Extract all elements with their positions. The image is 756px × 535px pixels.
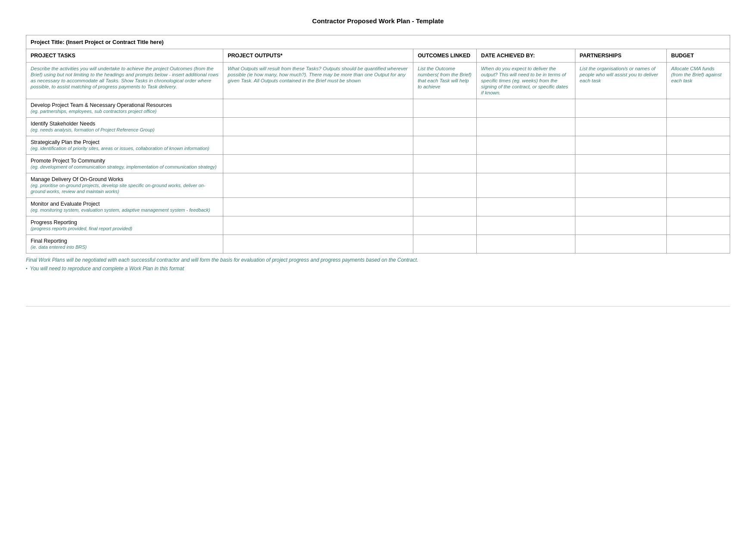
header-date: DATE ACHIEVED BY: xyxy=(477,49,575,63)
task-cell: Monitor and Evaluate Project(eg. monitor… xyxy=(26,198,223,216)
footer-line2: You will need to reproduce and complete … xyxy=(26,266,730,272)
footer-line1: Final Work Plans will be negotiated with… xyxy=(26,257,730,263)
output-cell xyxy=(223,99,413,118)
budget-cell xyxy=(667,216,730,235)
table-row: Promote Project To Community(eg. develop… xyxy=(26,155,730,173)
header-partnerships: PARTNERSHIPS xyxy=(575,49,666,63)
outcomes-cell xyxy=(413,136,477,155)
instruction-outputs: What Outputs will result from these Task… xyxy=(223,63,413,99)
instruction-row: Describe the activities you will underta… xyxy=(26,63,730,99)
output-cell xyxy=(223,155,413,173)
budget-cell xyxy=(667,118,730,136)
output-cell xyxy=(223,198,413,216)
task-cell: Identify Stakeholder Needs(eg. needs ana… xyxy=(26,118,223,136)
instruction-date: When do you expect to deliver the output… xyxy=(477,63,575,99)
output-cell xyxy=(223,136,413,155)
budget-cell xyxy=(667,235,730,253)
budget-cell xyxy=(667,136,730,155)
budget-cell xyxy=(667,198,730,216)
date-cell xyxy=(477,216,575,235)
header-tasks: PROJECT TASKS xyxy=(26,49,223,63)
partnerships-cell xyxy=(575,235,666,253)
budget-cell xyxy=(667,99,730,118)
outcomes-cell xyxy=(413,99,477,118)
table-row: Progress Reporting(progress reports prov… xyxy=(26,216,730,235)
task-cell: Promote Project To Community(eg. develop… xyxy=(26,155,223,173)
date-cell xyxy=(477,99,575,118)
partnerships-cell xyxy=(575,118,666,136)
table-row: Final Reporting(ie. data entered into BR… xyxy=(26,235,730,253)
partnerships-cell xyxy=(575,99,666,118)
date-cell xyxy=(477,198,575,216)
partnerships-cell xyxy=(575,198,666,216)
output-cell xyxy=(223,118,413,136)
outcomes-cell xyxy=(413,155,477,173)
output-cell xyxy=(223,173,413,198)
task-cell: Strategically Plan the Project(eg. ident… xyxy=(26,136,223,155)
outcomes-cell xyxy=(413,173,477,198)
project-title-cell: Project Title: (Insert Project or Contra… xyxy=(26,35,730,49)
instruction-budget: Allocate CMA funds (from the Brief) agai… xyxy=(667,63,730,99)
instruction-outcomes: List the Outcome numbers( from the Brief… xyxy=(413,63,477,99)
budget-cell xyxy=(667,173,730,198)
partnerships-cell xyxy=(575,136,666,155)
date-cell xyxy=(477,173,575,198)
instruction-tasks: Describe the activities you will underta… xyxy=(26,63,223,99)
table-row: Monitor and Evaluate Project(eg. monitor… xyxy=(26,198,730,216)
table-row: Manage Delivery Of On-Ground Works(eg. p… xyxy=(26,173,730,198)
bottom-divider xyxy=(26,306,730,307)
output-cell xyxy=(223,235,413,253)
outcomes-cell xyxy=(413,118,477,136)
outcomes-cell xyxy=(413,198,477,216)
partnerships-cell xyxy=(575,216,666,235)
task-cell: Progress Reporting(progress reports prov… xyxy=(26,216,223,235)
date-cell xyxy=(477,155,575,173)
output-cell xyxy=(223,216,413,235)
table-row: Develop Project Team & Necessary Operati… xyxy=(26,99,730,118)
header-outcomes: OUTCOMES LINKED xyxy=(413,49,477,63)
page-title: Contractor Proposed Work Plan - Template xyxy=(26,17,730,25)
outcomes-cell xyxy=(413,216,477,235)
task-cell: Manage Delivery Of On-Ground Works(eg. p… xyxy=(26,173,223,198)
task-cell: Develop Project Team & Necessary Operati… xyxy=(26,99,223,118)
table-row: Strategically Plan the Project(eg. ident… xyxy=(26,136,730,155)
header-outputs: PROJECT OUTPUTS* xyxy=(223,49,413,63)
partnerships-cell xyxy=(575,155,666,173)
partnerships-cell xyxy=(575,173,666,198)
date-cell xyxy=(477,235,575,253)
outcomes-cell xyxy=(413,235,477,253)
header-budget: BUDGET xyxy=(667,49,730,63)
table-row: Identify Stakeholder Needs(eg. needs ana… xyxy=(26,118,730,136)
task-cell: Final Reporting(ie. data entered into BR… xyxy=(26,235,223,253)
date-cell xyxy=(477,118,575,136)
budget-cell xyxy=(667,155,730,173)
instruction-partnerships: List the organisation/s or names of peop… xyxy=(575,63,666,99)
date-cell xyxy=(477,136,575,155)
